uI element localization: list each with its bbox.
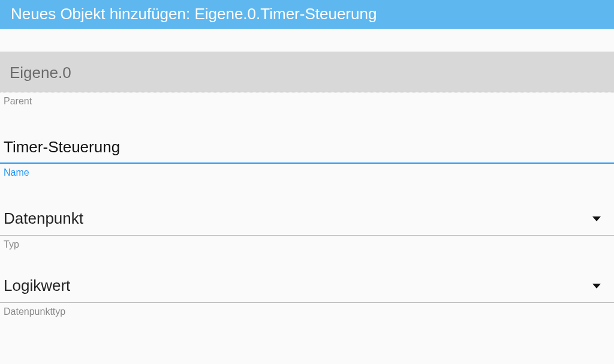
field-group-name: Name bbox=[0, 130, 614, 178]
name-input[interactable] bbox=[4, 138, 610, 157]
parent-label: Parent bbox=[0, 92, 614, 107]
datatype-label: Datenpunkttyp bbox=[0, 303, 614, 317]
datatype-select[interactable]: Logikwert bbox=[0, 268, 614, 303]
field-group-parent: Eigene.0 Parent bbox=[0, 52, 614, 107]
type-label: Typ bbox=[0, 236, 614, 250]
dialog-content: Eigene.0 Parent Name Datenpunkt Typ Logi… bbox=[0, 52, 614, 317]
dialog-title: Neues Objekt hinzufügen: Eigene.0.Timer-… bbox=[11, 5, 377, 23]
field-group-datatype: Logikwert Datenpunkttyp bbox=[0, 268, 614, 317]
name-label: Name bbox=[0, 164, 614, 178]
chevron-down-icon bbox=[592, 284, 601, 288]
type-select[interactable]: Datenpunkt bbox=[0, 201, 614, 236]
name-field-wrapper[interactable] bbox=[0, 130, 614, 164]
chevron-down-icon bbox=[592, 216, 601, 221]
datatype-value: Logikwert bbox=[4, 276, 592, 295]
parent-value: Eigene.0 bbox=[10, 64, 71, 82]
dialog-title-bar: Neues Objekt hinzufügen: Eigene.0.Timer-… bbox=[0, 0, 614, 29]
field-group-type: Datenpunkt Typ bbox=[0, 201, 614, 250]
parent-field: Eigene.0 bbox=[0, 52, 614, 92]
type-value: Datenpunkt bbox=[4, 209, 592, 228]
